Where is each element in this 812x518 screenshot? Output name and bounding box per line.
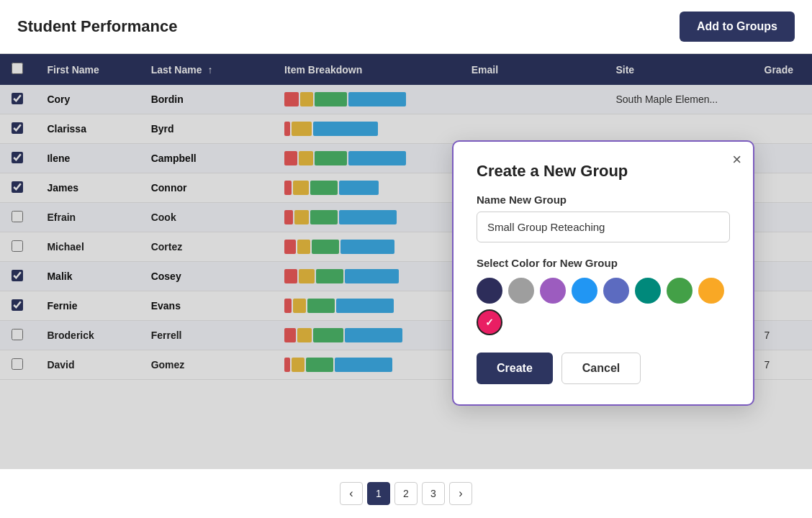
modal-title: Create a New Group	[477, 162, 730, 181]
color-swatch-1[interactable]	[508, 278, 534, 304]
pagination: ‹ 1 2 3 ›	[0, 469, 812, 518]
modal-close-button[interactable]: ×	[732, 152, 741, 168]
group-name-input[interactable]	[477, 212, 730, 242]
prev-page-button[interactable]: ‹	[340, 482, 363, 505]
color-swatch-3[interactable]	[572, 278, 597, 304]
color-select-label: Select Color for New Group	[477, 257, 730, 269]
color-swatch-2[interactable]	[540, 278, 566, 304]
cancel-button[interactable]: Cancel	[561, 353, 641, 384]
color-swatch-7[interactable]	[698, 278, 724, 304]
color-swatch-8[interactable]: ✓	[477, 309, 502, 335]
create-button[interactable]: Create	[477, 353, 553, 384]
next-page-button[interactable]: ›	[449, 482, 472, 505]
modal-overlay: × Create a New Group Name New Group Sele…	[0, 54, 812, 469]
page-3-button[interactable]: 3	[422, 482, 445, 505]
color-swatch-0[interactable]	[477, 278, 502, 304]
color-swatch-row: ✓	[477, 278, 730, 335]
modal-name-label: Name New Group	[477, 194, 730, 206]
color-swatch-4[interactable]	[603, 278, 629, 304]
create-group-modal: × Create a New Group Name New Group Sele…	[452, 140, 754, 406]
page-title: Student Performance	[17, 17, 178, 36]
add-to-groups-button[interactable]: Add to Groups	[680, 12, 795, 42]
color-swatch-6[interactable]	[667, 278, 693, 304]
page-2-button[interactable]: 2	[394, 482, 418, 505]
page-1-button[interactable]: 1	[367, 482, 390, 505]
color-swatch-5[interactable]	[635, 278, 661, 304]
